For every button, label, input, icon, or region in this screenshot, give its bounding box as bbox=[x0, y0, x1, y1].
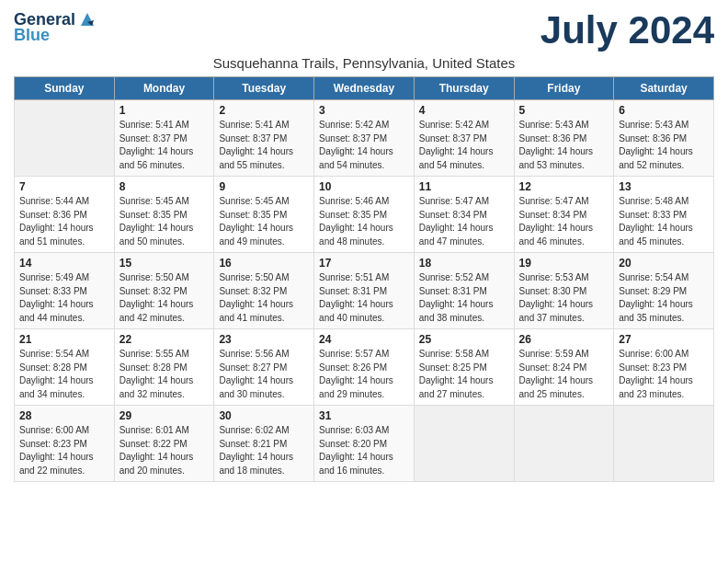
date-number: 13 bbox=[619, 180, 709, 193]
header-row: SundayMondayTuesdayWednesdayThursdayFrid… bbox=[15, 77, 714, 100]
date-number: 25 bbox=[419, 333, 509, 346]
calendar-header: SundayMondayTuesdayWednesdayThursdayFrid… bbox=[15, 77, 714, 100]
date-number: 5 bbox=[519, 104, 609, 117]
date-number: 31 bbox=[319, 409, 409, 422]
calendar-cell: 27Sunrise: 6:00 AMSunset: 8:23 PMDayligh… bbox=[614, 329, 714, 406]
date-number: 22 bbox=[119, 333, 210, 346]
day-header-tuesday: Tuesday bbox=[214, 77, 314, 100]
cell-info: Sunrise: 5:50 AMSunset: 8:32 PMDaylight:… bbox=[119, 271, 210, 325]
calendar-cell: 28Sunrise: 6:00 AMSunset: 8:23 PMDayligh… bbox=[15, 406, 115, 482]
date-number: 4 bbox=[419, 104, 509, 117]
week-row-5: 28Sunrise: 6:00 AMSunset: 8:23 PMDayligh… bbox=[15, 406, 714, 482]
calendar-cell bbox=[414, 406, 514, 482]
cell-info: Sunrise: 5:41 AMSunset: 8:37 PMDaylight:… bbox=[119, 119, 210, 172]
calendar-cell: 18Sunrise: 5:52 AMSunset: 8:31 PMDayligh… bbox=[414, 253, 514, 329]
week-row-3: 14Sunrise: 5:49 AMSunset: 8:33 PMDayligh… bbox=[15, 253, 714, 329]
calendar-cell: 15Sunrise: 5:50 AMSunset: 8:32 PMDayligh… bbox=[114, 253, 214, 329]
date-number: 2 bbox=[219, 104, 309, 117]
cell-info: Sunrise: 5:50 AMSunset: 8:32 PMDaylight:… bbox=[219, 271, 309, 325]
date-number: 10 bbox=[319, 180, 409, 193]
date-number: 7 bbox=[19, 180, 109, 193]
date-number: 20 bbox=[619, 257, 709, 270]
day-header-wednesday: Wednesday bbox=[314, 77, 415, 100]
date-number: 9 bbox=[219, 180, 309, 193]
cell-info: Sunrise: 5:55 AMSunset: 8:28 PMDaylight:… bbox=[119, 348, 210, 401]
date-number: 21 bbox=[19, 333, 109, 346]
calendar-cell: 5Sunrise: 5:43 AMSunset: 8:36 PMDaylight… bbox=[514, 100, 614, 177]
date-number: 27 bbox=[619, 333, 709, 346]
day-header-saturday: Saturday bbox=[614, 77, 714, 100]
date-number: 14 bbox=[19, 257, 109, 270]
calendar-cell: 25Sunrise: 5:58 AMSunset: 8:25 PMDayligh… bbox=[414, 329, 514, 406]
cell-info: Sunrise: 5:41 AMSunset: 8:37 PMDaylight:… bbox=[219, 119, 309, 172]
calendar-cell: 9Sunrise: 5:45 AMSunset: 8:35 PMDaylight… bbox=[214, 177, 314, 253]
cell-info: Sunrise: 5:48 AMSunset: 8:33 PMDaylight:… bbox=[619, 195, 709, 248]
cell-info: Sunrise: 5:51 AMSunset: 8:31 PMDaylight:… bbox=[319, 271, 409, 325]
calendar-body: 1Sunrise: 5:41 AMSunset: 8:37 PMDaylight… bbox=[15, 100, 714, 482]
cell-info: Sunrise: 5:42 AMSunset: 8:37 PMDaylight:… bbox=[319, 119, 409, 172]
cell-info: Sunrise: 5:53 AMSunset: 8:30 PMDaylight:… bbox=[519, 271, 609, 325]
date-number: 1 bbox=[119, 104, 210, 117]
cell-info: Sunrise: 5:43 AMSunset: 8:36 PMDaylight:… bbox=[519, 119, 609, 172]
calendar-cell: 6Sunrise: 5:43 AMSunset: 8:36 PMDaylight… bbox=[614, 100, 714, 177]
cell-info: Sunrise: 5:44 AMSunset: 8:36 PMDaylight:… bbox=[19, 195, 109, 248]
week-row-1: 1Sunrise: 5:41 AMSunset: 8:37 PMDaylight… bbox=[15, 100, 714, 177]
calendar-cell: 8Sunrise: 5:45 AMSunset: 8:35 PMDaylight… bbox=[114, 177, 214, 253]
calendar-cell: 14Sunrise: 5:49 AMSunset: 8:33 PMDayligh… bbox=[15, 253, 115, 329]
logo: General Blue bbox=[14, 9, 97, 45]
calendar-cell: 3Sunrise: 5:42 AMSunset: 8:37 PMDaylight… bbox=[314, 100, 415, 177]
calendar-cell: 22Sunrise: 5:55 AMSunset: 8:28 PMDayligh… bbox=[114, 329, 214, 406]
day-header-sunday: Sunday bbox=[15, 77, 115, 100]
calendar-table: SundayMondayTuesdayWednesdayThursdayFrid… bbox=[14, 76, 714, 482]
date-number: 17 bbox=[319, 257, 409, 270]
calendar-cell: 16Sunrise: 5:50 AMSunset: 8:32 PMDayligh… bbox=[214, 253, 314, 329]
date-number: 26 bbox=[519, 333, 609, 346]
day-header-friday: Friday bbox=[514, 77, 614, 100]
calendar-cell: 19Sunrise: 5:53 AMSunset: 8:30 PMDayligh… bbox=[514, 253, 614, 329]
cell-info: Sunrise: 6:00 AMSunset: 8:23 PMDaylight:… bbox=[619, 348, 709, 401]
cell-info: Sunrise: 5:42 AMSunset: 8:37 PMDaylight:… bbox=[419, 119, 509, 172]
calendar-cell: 20Sunrise: 5:54 AMSunset: 8:29 PMDayligh… bbox=[614, 253, 714, 329]
cell-info: Sunrise: 5:45 AMSunset: 8:35 PMDaylight:… bbox=[119, 195, 210, 248]
cell-info: Sunrise: 5:47 AMSunset: 8:34 PMDaylight:… bbox=[519, 195, 609, 248]
date-number: 24 bbox=[319, 333, 409, 346]
calendar-cell: 12Sunrise: 5:47 AMSunset: 8:34 PMDayligh… bbox=[514, 177, 614, 253]
calendar-cell: 24Sunrise: 5:57 AMSunset: 8:26 PMDayligh… bbox=[314, 329, 415, 406]
calendar-cell: 13Sunrise: 5:48 AMSunset: 8:33 PMDayligh… bbox=[614, 177, 714, 253]
main-title: July 2024 bbox=[540, 9, 714, 52]
calendar-cell: 1Sunrise: 5:41 AMSunset: 8:37 PMDaylight… bbox=[114, 100, 214, 177]
calendar-cell: 29Sunrise: 6:01 AMSunset: 8:22 PMDayligh… bbox=[114, 406, 214, 482]
cell-info: Sunrise: 5:47 AMSunset: 8:34 PMDaylight:… bbox=[419, 195, 509, 248]
calendar-cell bbox=[514, 406, 614, 482]
logo-text-blue: Blue bbox=[14, 26, 50, 45]
date-number: 12 bbox=[519, 180, 609, 193]
date-number: 15 bbox=[119, 257, 210, 270]
cell-info: Sunrise: 5:54 AMSunset: 8:28 PMDaylight:… bbox=[19, 348, 109, 401]
calendar-cell: 4Sunrise: 5:42 AMSunset: 8:37 PMDaylight… bbox=[414, 100, 514, 177]
cell-info: Sunrise: 5:56 AMSunset: 8:27 PMDaylight:… bbox=[219, 348, 309, 401]
calendar-cell bbox=[15, 100, 115, 177]
cell-info: Sunrise: 6:02 AMSunset: 8:21 PMDaylight:… bbox=[219, 424, 309, 477]
calendar-cell: 7Sunrise: 5:44 AMSunset: 8:36 PMDaylight… bbox=[15, 177, 115, 253]
date-number: 23 bbox=[219, 333, 309, 346]
calendar-cell bbox=[614, 406, 714, 482]
day-header-thursday: Thursday bbox=[414, 77, 514, 100]
date-number: 30 bbox=[219, 409, 309, 422]
subtitle: Susquehanna Trails, Pennsylvania, United… bbox=[14, 55, 714, 71]
calendar-cell: 31Sunrise: 6:03 AMSunset: 8:20 PMDayligh… bbox=[314, 406, 415, 482]
cell-info: Sunrise: 6:01 AMSunset: 8:22 PMDaylight:… bbox=[119, 424, 210, 477]
calendar-cell: 17Sunrise: 5:51 AMSunset: 8:31 PMDayligh… bbox=[314, 253, 415, 329]
calendar-cell: 26Sunrise: 5:59 AMSunset: 8:24 PMDayligh… bbox=[514, 329, 614, 406]
cell-info: Sunrise: 5:45 AMSunset: 8:35 PMDaylight:… bbox=[219, 195, 309, 248]
week-row-4: 21Sunrise: 5:54 AMSunset: 8:28 PMDayligh… bbox=[15, 329, 714, 406]
day-header-monday: Monday bbox=[114, 77, 214, 100]
date-number: 6 bbox=[619, 104, 709, 117]
calendar-cell: 30Sunrise: 6:02 AMSunset: 8:21 PMDayligh… bbox=[214, 406, 314, 482]
date-number: 3 bbox=[319, 104, 409, 117]
cell-info: Sunrise: 5:54 AMSunset: 8:29 PMDaylight:… bbox=[619, 271, 709, 325]
title-area: July 2024 bbox=[540, 9, 714, 52]
calendar-cell: 2Sunrise: 5:41 AMSunset: 8:37 PMDaylight… bbox=[214, 100, 314, 177]
cell-info: Sunrise: 5:52 AMSunset: 8:31 PMDaylight:… bbox=[419, 271, 509, 325]
cell-info: Sunrise: 6:03 AMSunset: 8:20 PMDaylight:… bbox=[319, 424, 409, 477]
date-number: 19 bbox=[519, 257, 609, 270]
